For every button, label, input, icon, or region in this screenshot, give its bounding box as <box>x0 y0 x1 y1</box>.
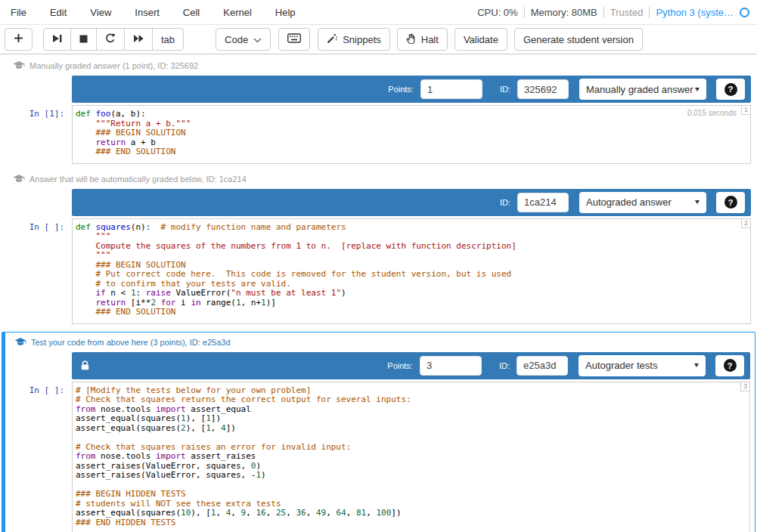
cell-id-input[interactable] <box>517 193 569 212</box>
question-mark-icon: ? <box>724 359 737 372</box>
divider <box>524 7 525 18</box>
validate-button[interactable]: Validate <box>455 28 507 51</box>
caret-down-icon <box>695 88 700 91</box>
tab-button-label: tab <box>161 34 175 45</box>
points-input[interactable] <box>420 79 482 99</box>
nbgrader-cell-header-1: Manually graded answer (1 point), ID: 32… <box>13 60 757 71</box>
menu-file[interactable]: File <box>11 7 26 18</box>
kernel-status-icon <box>740 8 749 17</box>
menu-help[interactable]: Help <box>275 7 296 18</box>
memory-usage: Memory: 80MB <box>531 7 597 18</box>
cell-header-text: Answer that will be automatically graded… <box>29 175 247 184</box>
code-content: def foo(a, b): """Return a + b.""" ### B… <box>76 110 746 157</box>
points-label: Points: <box>388 85 414 94</box>
grading-type-value: Autograder tests <box>585 360 657 371</box>
code-editor[interactable]: 2 def squares(n): # modify function name… <box>72 218 751 324</box>
input-prompt: In [ ]: <box>5 382 72 532</box>
grading-type-value: Manually graded answer <box>586 84 693 95</box>
graduation-cap-icon <box>13 174 25 184</box>
code-cell-3: In [ ]: 3 # [Modify the tests below for … <box>5 382 750 532</box>
snippets-label: Snippets <box>343 34 381 45</box>
halt-label: Halt <box>421 34 439 45</box>
run-all-button[interactable] <box>124 28 153 51</box>
cell-grading-type-select[interactable]: Autograded answer <box>579 192 706 213</box>
cell-number-badge: 2 <box>741 218 751 228</box>
cell-number-badge: 1 <box>741 105 751 115</box>
tab-button[interactable]: tab <box>152 28 184 51</box>
kernel-status-bar: CPU: 0% Memory: 80MB Trusted Python 3 (s… <box>477 7 749 18</box>
keyboard-shortcuts-button[interactable] <box>278 28 310 51</box>
cell-group-1: Manually graded answer (1 point), ID: 32… <box>0 60 757 164</box>
code-content: # [Modify the tests below for your own p… <box>76 386 745 528</box>
cell-type-label: Code <box>225 34 248 45</box>
menu-cell[interactable]: Cell <box>183 7 200 18</box>
run-button-group: tab <box>43 28 184 51</box>
trusted-badge: Trusted <box>610 7 644 18</box>
jupyter-notebook-app: File Edit View Insert Cell Kernel Help C… <box>0 0 757 532</box>
halt-button[interactable]: Halt <box>397 28 448 51</box>
kernel-name-link[interactable]: Python 3 (syste… <box>656 7 734 18</box>
points-input[interactable] <box>420 356 482 376</box>
help-button[interactable]: ? <box>716 79 745 100</box>
nbgrader-cell-header-2: Answer that will be automatically graded… <box>13 174 757 184</box>
menu-view[interactable]: View <box>90 7 111 18</box>
cell-type-select[interactable]: Code <box>216 28 271 51</box>
restart-kernel-button[interactable] <box>96 28 125 51</box>
question-mark-icon: ? <box>724 196 737 209</box>
id-label: ID: <box>500 85 510 94</box>
caret-down-icon <box>695 200 700 204</box>
insert-cell-button[interactable] <box>5 28 33 51</box>
code-cell-2: In [ ]: 2 def squares(n): # modify funct… <box>0 218 751 324</box>
points-label: Points: <box>387 361 413 370</box>
id-label: ID: <box>500 198 510 207</box>
generate-label: Generate student version <box>523 34 634 45</box>
cpu-usage: CPU: 0% <box>477 7 517 18</box>
caret-down-icon <box>694 363 699 367</box>
cell-header-text: Test your code from above here (3 points… <box>31 338 231 347</box>
grading-type-value: Autograded answer <box>586 196 672 208</box>
execution-time: 0.015 seconds <box>687 109 737 117</box>
help-button[interactable]: ? <box>715 355 744 376</box>
magic-wand-icon <box>327 33 337 46</box>
generate-student-version-button[interactable]: Generate student version <box>514 28 643 51</box>
cell-group-3-selected[interactable]: Test your code from above here (3 points… <box>2 332 755 532</box>
input-prompt: In [1]: <box>0 105 72 164</box>
cell-id-input[interactable] <box>517 356 568 376</box>
help-button[interactable]: ? <box>716 192 745 213</box>
snippets-button[interactable]: Snippets <box>318 28 390 51</box>
nbgrader-toolbar-3: Points: ID: Autograder tests ? <box>72 352 750 379</box>
menu-edit[interactable]: Edit <box>50 7 67 18</box>
menu-kernel[interactable]: Kernel <box>223 7 252 18</box>
validate-label: Validate <box>464 34 498 45</box>
menu-insert[interactable]: Insert <box>135 7 160 18</box>
graduation-cap-icon <box>13 60 25 71</box>
cell-grading-type-select[interactable]: Autograder tests <box>579 355 706 376</box>
hand-icon <box>406 33 416 46</box>
divider <box>603 7 604 18</box>
nbgrader-toolbar-2: ID: Autograded answer ? <box>72 189 751 216</box>
cell-id-input[interactable] <box>517 79 569 99</box>
chevron-down-icon <box>253 34 262 45</box>
menu-bar: File Edit View Insert Cell Kernel Help C… <box>0 0 757 25</box>
cell-grading-type-select[interactable]: Manually graded answer <box>579 79 706 100</box>
input-prompt: In [ ]: <box>0 218 72 324</box>
keyboard-icon <box>287 33 301 45</box>
notebook-area: Manually graded answer (1 point), ID: 32… <box>0 54 757 532</box>
nbgrader-toolbar-1: Points: ID: Manually graded answer ? <box>72 76 751 103</box>
id-label: ID: <box>499 361 510 370</box>
restart-icon <box>105 33 116 45</box>
play-step-icon <box>52 34 62 45</box>
cell-group-2: Answer that will be automatically graded… <box>0 174 757 324</box>
lock-icon <box>78 360 89 370</box>
code-editor[interactable]: 0.015 seconds 1 def foo(a, b): """Return… <box>72 105 751 164</box>
stop-icon <box>79 34 88 45</box>
divider <box>649 7 650 18</box>
fast-forward-icon <box>133 34 144 45</box>
toolbar: tab Code Snippets Halt Validate Generate… <box>0 25 757 54</box>
code-editor[interactable]: 3 # [Modify the tests below for your own… <box>72 382 750 532</box>
cell-header-text: Manually graded answer (1 point), ID: 32… <box>29 61 198 70</box>
run-cell-button[interactable] <box>43 28 71 51</box>
question-mark-icon: ? <box>724 83 737 96</box>
code-cell-1: In [1]: 0.015 seconds 1 def foo(a, b): "… <box>0 105 751 164</box>
stop-button[interactable] <box>70 28 97 51</box>
